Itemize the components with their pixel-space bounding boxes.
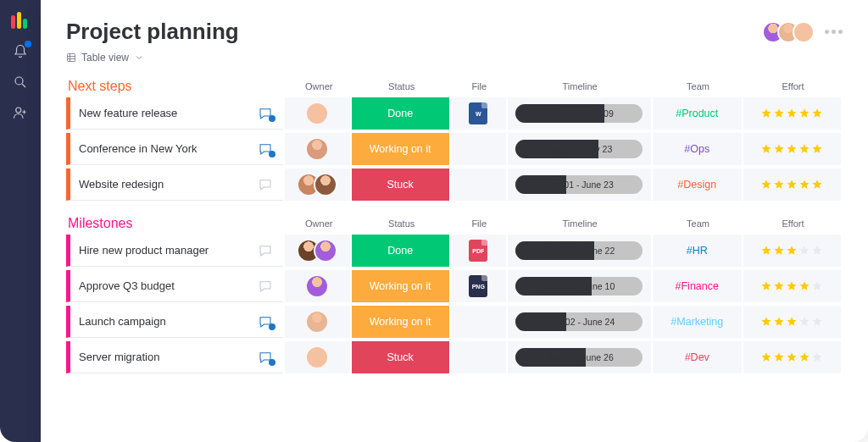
more-menu-icon[interactable]	[825, 30, 843, 34]
star-icon[interactable]	[773, 316, 785, 328]
owner-avatar[interactable]	[314, 173, 337, 196]
task-row[interactable]: Launch campaignWorking on itJune 02 - Ju…	[66, 306, 843, 338]
search-icon[interactable]	[13, 75, 28, 90]
star-icon[interactable]	[811, 316, 823, 328]
status-cell[interactable]: Working on it	[352, 270, 449, 302]
column-header-file[interactable]: File	[451, 218, 507, 229]
timeline-cell[interactable]: June 02 - June 24	[508, 306, 651, 338]
file-cell[interactable]: W	[451, 97, 506, 130]
task-row[interactable]: Hire new product managerDonePDFJune 09 -…	[66, 235, 843, 267]
star-icon[interactable]	[811, 143, 823, 155]
timeline-cell[interactable]: June 02 - June 10	[508, 270, 651, 302]
task-row[interactable]: Approve Q3 budgetWorking on itPNGJune 02…	[66, 270, 843, 302]
timeline-cell[interactable]: May 01 - June 23	[508, 169, 651, 201]
app-logo-icon[interactable]	[11, 10, 30, 29]
conversation-icon[interactable]	[258, 279, 275, 294]
task-row[interactable]: New feature releaseDoneWMay 08 - June 09…	[66, 97, 843, 130]
star-icon[interactable]	[786, 351, 798, 363]
file-cell[interactable]	[451, 133, 506, 165]
status-cell[interactable]: Done	[352, 97, 449, 130]
team-cell[interactable]: #Marketing	[653, 306, 742, 338]
file-cell[interactable]: PDF	[451, 235, 506, 267]
star-icon[interactable]	[786, 108, 798, 119]
star-icon[interactable]	[811, 179, 823, 191]
owner-cell[interactable]	[285, 235, 350, 267]
star-icon[interactable]	[798, 245, 810, 257]
star-icon[interactable]	[760, 280, 772, 292]
board-members[interactable]	[769, 21, 815, 43]
owner-cell[interactable]	[285, 270, 350, 302]
star-icon[interactable]	[811, 280, 823, 292]
team-cell[interactable]: #Ops	[653, 133, 742, 165]
star-icon[interactable]	[798, 179, 810, 191]
file-cell[interactable]	[451, 341, 506, 373]
column-header-owner[interactable]: Owner	[286, 81, 352, 91]
file-cell[interactable]	[451, 169, 506, 201]
owner-avatar[interactable]	[305, 137, 329, 161]
column-header-timeline[interactable]: Timeline	[507, 81, 653, 91]
member-avatar[interactable]	[793, 21, 815, 43]
star-icon[interactable]	[786, 179, 798, 191]
task-name-cell[interactable]: New feature release	[66, 97, 283, 130]
status-cell[interactable]: Stuck	[352, 341, 449, 373]
conversation-icon[interactable]	[258, 350, 275, 365]
star-icon[interactable]	[811, 245, 823, 257]
column-header-effort[interactable]: Effort	[743, 218, 843, 229]
conversation-icon[interactable]	[258, 243, 275, 258]
column-header-status[interactable]: Status	[352, 218, 451, 229]
star-icon[interactable]	[786, 316, 798, 328]
owner-cell[interactable]	[285, 97, 350, 130]
timeline-cell[interactable]: May 05 - May 23	[508, 133, 651, 165]
star-icon[interactable]	[760, 179, 772, 191]
file-png-icon[interactable]: PNG	[469, 275, 487, 297]
task-name-cell[interactable]: Approve Q3 budget	[66, 270, 283, 302]
owner-avatar[interactable]	[305, 102, 329, 125]
status-cell[interactable]: Working on it	[352, 133, 449, 165]
star-icon[interactable]	[798, 316, 810, 328]
timeline-cell[interactable]: May 08 - June 09	[508, 97, 651, 130]
timeline-cell[interactable]: June 09 - June 22	[508, 235, 651, 267]
task-row[interactable]: Website redesignStuckMay 01 - June 23#De…	[66, 169, 843, 201]
view-selector[interactable]: Table view	[66, 52, 843, 64]
owner-cell[interactable]	[285, 133, 350, 165]
team-cell[interactable]: #HR	[653, 235, 742, 267]
effort-cell[interactable]	[743, 169, 841, 201]
star-icon[interactable]	[773, 108, 785, 119]
star-icon[interactable]	[786, 280, 798, 292]
task-row[interactable]: Conference in New YorkWorking on itMay 0…	[66, 133, 843, 165]
owner-cell[interactable]	[285, 306, 350, 338]
team-cell[interactable]: #Dev	[653, 341, 742, 373]
star-icon[interactable]	[798, 108, 810, 119]
file-cell[interactable]	[451, 306, 506, 338]
star-icon[interactable]	[798, 143, 810, 155]
task-name-cell[interactable]: Website redesign	[66, 169, 283, 201]
task-name-cell[interactable]: Conference in New York	[66, 133, 283, 165]
column-header-status[interactable]: Status	[352, 81, 451, 91]
group-title[interactable]: Milestones	[66, 216, 286, 231]
column-header-owner[interactable]: Owner	[286, 218, 352, 229]
star-icon[interactable]	[760, 143, 772, 155]
conversation-icon[interactable]	[258, 314, 275, 329]
file-pdf-icon[interactable]: PDF	[469, 240, 487, 262]
effort-cell[interactable]	[743, 133, 841, 165]
star-icon[interactable]	[760, 108, 772, 119]
status-cell[interactable]: Stuck	[352, 169, 449, 201]
conversation-icon[interactable]	[258, 141, 275, 157]
star-icon[interactable]	[760, 245, 772, 257]
effort-cell[interactable]	[743, 270, 841, 302]
column-header-team[interactable]: Team	[653, 81, 743, 91]
notifications-icon[interactable]	[13, 44, 28, 59]
star-icon[interactable]	[786, 143, 798, 155]
team-cell[interactable]: #Finance	[653, 270, 742, 302]
star-icon[interactable]	[760, 316, 772, 328]
column-header-file[interactable]: File	[451, 81, 507, 91]
star-icon[interactable]	[773, 351, 785, 363]
team-cell[interactable]: #Product	[653, 97, 742, 130]
star-icon[interactable]	[773, 245, 785, 257]
star-icon[interactable]	[773, 143, 785, 155]
timeline-cell[interactable]: May 11 - June 26	[508, 341, 651, 373]
column-header-effort[interactable]: Effort	[743, 81, 843, 91]
star-icon[interactable]	[811, 108, 823, 119]
star-icon[interactable]	[798, 351, 810, 363]
owner-avatar[interactable]	[314, 239, 337, 262]
